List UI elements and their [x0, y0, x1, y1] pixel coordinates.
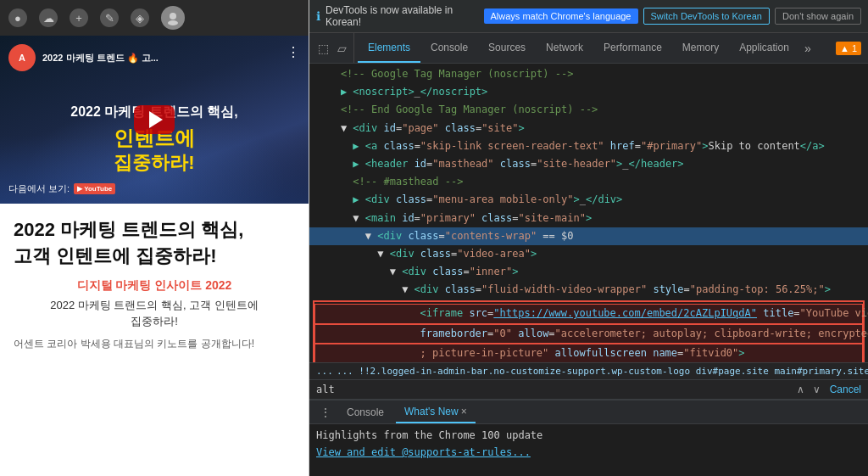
web-sub-red: 디지털 마케팅 인사이트 2022	[14, 278, 295, 294]
headline-line1: 2022 마케팅 트렌드의 핵심,	[14, 219, 243, 240]
svg-point-0	[170, 13, 176, 20]
html-line: ▼ <div id="page" class="site">	[309, 120, 868, 137]
yt-text-line3: 집중하라!	[8, 151, 300, 176]
html-line: <!-- Google Tag Manager (noscript) -->	[309, 65, 868, 83]
html-line: <!-- End Google Tag Manager (noscript) -…	[309, 101, 868, 119]
devtools-tab-icons: ⬚ ▱	[311, 33, 354, 63]
html-line: ▼ <div class="fluid-width-video-wrapper"…	[309, 281, 868, 299]
html-line: ▼ <main id="primary" class="site-main">	[309, 210, 868, 227]
html-line: ▶ <header id="masthead" class="site-head…	[309, 155, 868, 173]
youtube-embed: A 2022 마케팅 트렌드 🔥 고... ⋮ 2022 마케팅 트렌드의 핵심…	[0, 36, 309, 204]
html-line: <!-- #masthead -->	[309, 173, 868, 191]
bottom-panel: ⋮ Console What's New × Highlights from t…	[309, 400, 868, 476]
iframe-line-3: ; picture-in-picture" allowfullscreen na…	[314, 344, 863, 362]
tab-memory[interactable]: Memory	[672, 33, 729, 63]
yt-channel-title: 2022 마케팅 트렌드 🔥 고...	[42, 52, 159, 64]
tab-performance[interactable]: Performance	[593, 33, 672, 63]
elements-panel[interactable]: <!-- Google Tag Manager (noscript) --> ▶…	[309, 64, 868, 362]
devtools-info-bar: ℹ DevTools is now available in Korean! A…	[309, 0, 868, 33]
bottom-link-row: View and edit @supports-at-rules...	[316, 446, 861, 458]
browser-icon-4[interactable]: ✎	[100, 8, 119, 27]
sub-text-line2: 집중하라!	[131, 315, 178, 328]
yt-watch-row: 다음에서 보기: ▶ YouTube	[8, 182, 115, 195]
html-line: ▶ <a class="skip-link screen-reader-text…	[309, 137, 868, 155]
match-language-button[interactable]: Always match Chrome's language	[484, 8, 638, 24]
info-text: DevTools is now available in Korean!	[326, 4, 479, 28]
youtube-icon: ▶ YouTube	[74, 183, 115, 194]
prop-cancel[interactable]: Cancel	[830, 384, 861, 395]
properties-row: alt ∧ ∨ Cancel	[309, 380, 868, 400]
prop-label: alt	[316, 384, 335, 395]
tab-sources[interactable]: Sources	[478, 33, 536, 63]
prop-arrow-down[interactable]: ∨	[810, 384, 823, 395]
bottom-tab-dots[interactable]: ⋮	[316, 406, 335, 419]
yt-more-button[interactable]: ⋮	[287, 44, 300, 60]
breadcrumb-path: ... !!2.logged-in-admin-bar.no-customize…	[337, 366, 868, 377]
bottom-content: Highlights from the Chrome 100 update Vi…	[309, 424, 868, 463]
headline-line2: 고객 인텐트에 집중하라!	[14, 245, 217, 266]
website-panel: ● ☁ + ✎ ◈ A 2022 마케팅 트렌드 🔥 고... ⋮ 2022 마…	[0, 0, 309, 476]
devtools-panel: ℹ DevTools is now available in Korean! A…	[309, 0, 868, 476]
more-tabs-button[interactable]: »	[799, 42, 816, 55]
whats-new-close[interactable]: ×	[461, 406, 467, 417]
phone-icon[interactable]: ▱	[334, 42, 350, 55]
iframe-line-2: frameborder="0" allow="accelerometer; au…	[314, 324, 863, 344]
browser-bar: ● ☁ + ✎ ◈	[0, 0, 309, 36]
tab-console-bottom[interactable]: Console	[338, 400, 392, 423]
html-line: ▶ <noscript>_</noscript>	[309, 83, 868, 101]
browser-icon-3[interactable]: +	[70, 8, 88, 27]
switch-devtools-button[interactable]: Switch DevTools to Korean	[643, 8, 770, 25]
html-line: ▼ <div class="inner">	[309, 263, 868, 281]
dismiss-button[interactable]: Don't show again	[775, 8, 861, 25]
ascent-logo: A	[8, 44, 36, 71]
devtools-tabs: ⬚ ▱ Elements Console Sources Network Per…	[309, 33, 868, 64]
highlights-text: Highlights from the Chrome 100 update	[316, 429, 861, 441]
browser-icon-1[interactable]: ●	[8, 8, 27, 27]
web-sub-section: 디지털 마케팅 인사이트 2022 2022 마케팅 트랜드의 핵심, 고객 인…	[14, 278, 295, 330]
html-line: ▼ <div class="video-area">	[309, 245, 868, 263]
prop-arrows: ∧ ∨	[794, 384, 823, 395]
iframe-line-1: <iframe src="https://www.youtube.com/emb…	[314, 304, 863, 323]
watch-label: 다음에서 보기:	[8, 182, 70, 195]
web-headline: 2022 마케팅 트렌드의 핵심, 고객 인텐트에 집중하라!	[14, 217, 295, 270]
cursor-icon[interactable]: ⬚	[314, 42, 332, 55]
prop-arrow-up[interactable]: ∧	[794, 384, 807, 395]
warning-badge: ▲ 1	[836, 42, 861, 55]
html-line-selected: ▼ <div class="contents-wrap" == $0	[309, 227, 868, 245]
web-text-content: 2022 마케팅 트렌드의 핵심, 고객 인텐트에 집중하라! 디지털 마케팅 …	[0, 204, 309, 365]
tab-network[interactable]: Network	[536, 33, 593, 63]
iframe-highlight-block: <iframe src="https://www.youtube.com/emb…	[313, 300, 865, 362]
yt-play-button[interactable]	[134, 105, 175, 134]
website-content: A 2022 마케팅 트렌드 🔥 고... ⋮ 2022 마케팅 트렌드의 핵심…	[0, 36, 309, 476]
yt-logo-row: A 2022 마케팅 트렌드 🔥 고...	[8, 44, 159, 71]
svg-point-1	[168, 20, 178, 25]
tab-console[interactable]: Console	[420, 33, 478, 63]
breadcrumb-dots: ...	[316, 366, 333, 377]
tab-whats-new[interactable]: What's New ×	[396, 400, 476, 423]
avatar-icon[interactable]	[161, 6, 185, 30]
bottom-tabs: ⋮ Console What's New ×	[309, 400, 868, 424]
tab-application[interactable]: Application	[729, 33, 799, 63]
browser-icon-5[interactable]: ◈	[131, 8, 149, 27]
html-line: ▶ <div class="menu-area mobile-only">_</…	[309, 191, 868, 209]
tab-elements[interactable]: Elements	[358, 33, 420, 63]
browser-icon-2[interactable]: ☁	[39, 8, 58, 27]
bottom-link[interactable]: View and edit @supports-at-rules...	[316, 446, 531, 458]
sub-text-line1: 2022 마케팅 트랜드의 핵심, 고객 인텐트에	[50, 299, 259, 311]
web-note: 어센트 코리아 박세용 대표님의 키노트를 공개합니다!	[14, 337, 295, 351]
info-icon: ℹ	[316, 9, 320, 23]
breadcrumb-bar: ... ... !!2.logged-in-admin-bar.no-custo…	[309, 362, 868, 380]
web-sub-text: 2022 마케팅 트랜드의 핵심, 고객 인텐트에 집중하라!	[14, 297, 295, 330]
